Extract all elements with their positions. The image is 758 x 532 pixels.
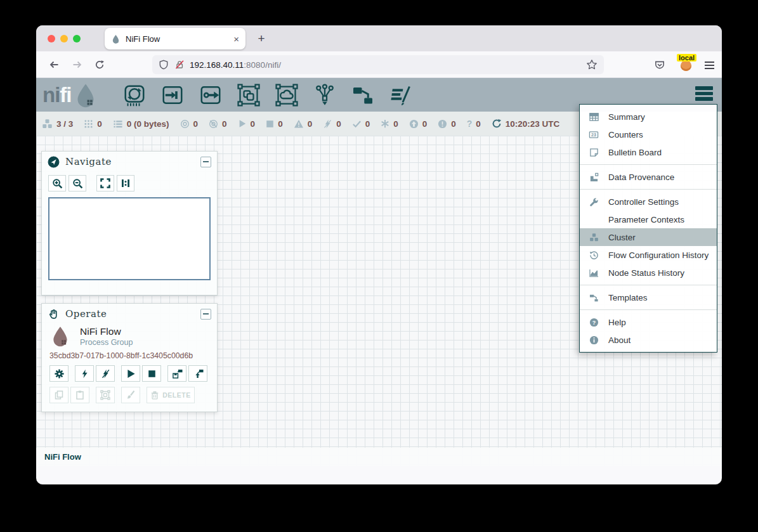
asterisk-icon [381, 119, 389, 128]
operate-hand-icon [48, 308, 60, 320]
menu-item-summary[interactable]: Summary [580, 108, 717, 126]
operate-collapse-button[interactable] [200, 309, 211, 320]
tracking-shield-icon[interactable] [159, 60, 169, 70]
tab-title: NiFi Flow [126, 34, 233, 44]
zoom-out-button[interactable] [69, 175, 86, 191]
operate-header: Operate [42, 304, 217, 324]
delete-button[interactable]: DELETE [147, 387, 195, 403]
group-button[interactable] [96, 387, 115, 403]
transmitting-icon [180, 119, 190, 129]
help-icon: ? [587, 318, 600, 327]
browser-window: NiFi Flow × + 192.1 [36, 25, 722, 484]
forward-button[interactable] [68, 56, 86, 74]
enable-button[interactable] [75, 365, 94, 382]
new-tab-button[interactable]: + [253, 30, 270, 47]
menu-item-help[interactable]: ? Help [580, 313, 717, 331]
queued-list-icon [113, 119, 123, 129]
paste-button[interactable] [70, 387, 89, 403]
zoom-window-button[interactable] [73, 35, 81, 42]
browser-tab[interactable]: NiFi Flow × [105, 28, 245, 49]
back-button[interactable] [45, 56, 63, 74]
start-button[interactable] [121, 365, 140, 382]
zoom-fit-button[interactable] [96, 175, 114, 191]
minimize-window-button[interactable] [60, 35, 68, 42]
pocket-icon[interactable] [651, 57, 668, 74]
menu-item-about[interactable]: About [580, 331, 717, 349]
menu-divider [580, 164, 717, 165]
operate-title: Operate [65, 308, 200, 320]
disabled-bolt-icon [323, 119, 332, 129]
delete-label: DELETE [162, 391, 190, 399]
breadcrumb-bar: NiFi Flow [36, 448, 722, 466]
url-text[interactable]: 192.168.40.11:8080/nifi/ [190, 60, 586, 70]
insecure-lock-icon[interactable] [174, 60, 185, 70]
global-menu-button[interactable] [695, 86, 713, 101]
funnel-component-icon[interactable] [313, 83, 337, 107]
menu-divider [580, 285, 717, 285]
cluster-icon [42, 119, 53, 129]
stop-button[interactable] [142, 365, 161, 382]
process-group-id[interactable]: 35cbd3b7-017b-1000-8bff-1c3405c00d6b [42, 347, 217, 360]
navigate-collapse-button[interactable] [200, 157, 211, 167]
global-dropdown-menu: Summary 23 Counters Bulletin Board Data … [579, 104, 717, 353]
menu-item-controller-settings[interactable]: Controller Settings [580, 193, 717, 211]
url-bar[interactable]: 192.168.40.11:8080/nifi/ [152, 55, 604, 74]
operate-panel: Operate NiFi Flow Process Group 35cbd3b7… [41, 303, 218, 412]
create-template-button[interactable] [167, 365, 186, 382]
menu-item-flow-configuration-history[interactable]: Flow Configuration History [580, 246, 717, 264]
menu-item-templates[interactable]: Templates [580, 289, 717, 306]
label-component-icon[interactable] [389, 83, 413, 107]
reload-button[interactable] [91, 56, 108, 74]
browser-navbar: 192.168.40.11:8080/nifi/ local [36, 51, 722, 78]
disable-button[interactable] [96, 365, 115, 382]
close-window-button[interactable] [48, 35, 55, 42]
menu-item-counters[interactable]: 23 Counters [580, 126, 717, 143]
color-button[interactable] [121, 387, 140, 403]
zoom-actual-size-button[interactable] [117, 175, 134, 191]
area-chart-icon [587, 268, 600, 278]
screenshot-stage: NiFi Flow × + 192.1 [0, 0, 758, 532]
cubes-icon [587, 233, 600, 242]
stat-stale: 0 [409, 119, 428, 129]
info-icon [587, 335, 600, 345]
configuration-button[interactable] [49, 365, 69, 382]
output-port-component-icon[interactable] [199, 83, 223, 107]
stat-locally-modified-stale: 0 [438, 119, 456, 129]
wrench-icon [587, 197, 600, 207]
menu-item-bulletin-board[interactable]: Bulletin Board [580, 143, 717, 161]
container-account-icon[interactable] [681, 60, 691, 71]
menu-divider [580, 309, 717, 310]
template-component-icon[interactable] [351, 83, 375, 107]
zoom-in-button[interactable] [48, 175, 66, 191]
input-port-component-icon[interactable] [160, 83, 185, 107]
menu-item-parameter-contexts[interactable]: Parameter Contexts [580, 211, 717, 228]
stat-transmitting: 0 [180, 119, 199, 129]
menu-item-cluster[interactable]: Cluster [580, 228, 717, 246]
stat-running: 0 [238, 119, 256, 129]
not-transmitting-icon [209, 119, 218, 129]
process-group-component-icon[interactable] [237, 83, 261, 107]
menu-item-data-provenance[interactable]: Data Provenance [580, 168, 717, 186]
close-tab-icon[interactable]: × [233, 34, 239, 44]
browser-menu-icon[interactable] [701, 57, 717, 74]
stat-queued: 0 (0 bytes) [113, 119, 169, 129]
menu-item-node-status-history[interactable]: Node Status History [580, 264, 717, 282]
breadcrumb[interactable]: NiFi Flow [44, 452, 81, 462]
bookmark-star-icon[interactable] [586, 59, 598, 70]
navigate-compass-icon [48, 156, 60, 168]
selected-component-name: NiFi Flow [80, 326, 133, 337]
copy-button[interactable] [49, 387, 69, 403]
refresh-icon[interactable] [492, 119, 502, 129]
upload-template-button[interactable] [188, 365, 207, 382]
stat-up-to-date: 0 [352, 119, 370, 129]
birdseye-view[interactable] [48, 197, 211, 280]
svg-text:23: 23 [591, 133, 596, 137]
stale-arrow-icon [409, 119, 419, 129]
processor-component-icon[interactable] [122, 83, 147, 107]
running-icon [238, 119, 247, 128]
invalid-warning-icon [294, 119, 304, 129]
check-icon [352, 119, 362, 129]
history-icon [587, 250, 600, 260]
template-icon [587, 293, 600, 302]
remote-process-group-component-icon[interactable] [275, 83, 299, 107]
